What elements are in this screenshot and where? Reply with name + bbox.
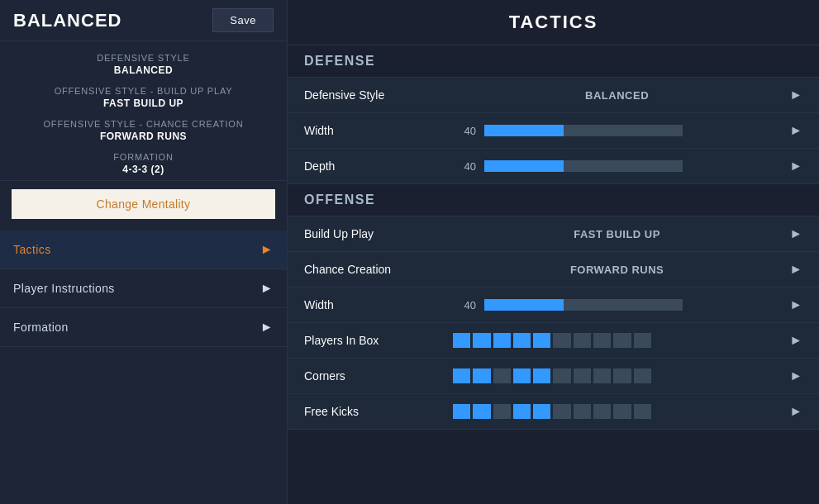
- nav-arrow-tactics: ►: [260, 242, 274, 257]
- free-kicks-label: Free Kicks: [304, 405, 453, 418]
- width-bar: [484, 125, 683, 136]
- chevron-right-icon: ►: [789, 226, 802, 241]
- offense-width-row: Width 40 ►: [288, 288, 819, 323]
- offensive-buildup-row: OFFENSIVE STYLE - BUILD UP PLAY FAST BUI…: [13, 86, 274, 109]
- defensive-style-value: BALANCED: [13, 64, 274, 76]
- segment-5: [533, 404, 550, 419]
- offense-width-number: 40: [453, 299, 476, 311]
- left-panel: BALANCED Save DEFENSIVE STYLE BALANCED O…: [0, 0, 288, 504]
- segment-10: [634, 368, 651, 383]
- defensive-style-value: BALANCED: [585, 89, 649, 102]
- corners-row: Corners ►: [288, 359, 819, 394]
- build-up-play-row[interactable]: Build Up Play FAST BUILD UP ►: [288, 216, 819, 252]
- chance-creation-row[interactable]: Chance Creation FORWARD RUNS ►: [288, 252, 819, 288]
- formation-value: 4-3-3 (2): [13, 164, 274, 175]
- segment-6: [553, 404, 570, 419]
- defensive-style-row[interactable]: Defensive Style BALANCED ►: [288, 78, 819, 113]
- nav-items: Tactics ► Player Instructions ► Formatio…: [0, 231, 287, 347]
- chevron-right-icon: ►: [789, 88, 802, 102]
- nav-arrow-player-instructions: ►: [260, 281, 274, 296]
- defensive-style-label: DEFENSIVE STYLE: [13, 53, 274, 63]
- segment-7: [574, 404, 591, 419]
- nav-arrow-formation: ►: [260, 320, 274, 335]
- segment-3: [493, 404, 511, 419]
- segment-7: [574, 333, 591, 348]
- nav-label-player-instructions: Player Instructions: [13, 282, 115, 295]
- nav-label-tactics: Tactics: [13, 243, 51, 256]
- nav-item-formation[interactable]: Formation ►: [0, 308, 287, 347]
- segment-1: [453, 333, 470, 348]
- segment-3: [493, 368, 511, 383]
- offense-width-bar-fill: [484, 299, 564, 311]
- segment-10: [634, 333, 651, 348]
- segment-3: [493, 333, 511, 348]
- chance-creation-label: Chance Creation: [304, 263, 453, 276]
- chevron-right-icon: ►: [789, 297, 802, 312]
- width-number: 40: [453, 125, 476, 137]
- segment-4: [513, 404, 531, 419]
- free-kicks-bar: [453, 404, 651, 419]
- offensive-chance-label: OFFENSIVE STYLE - CHANCE CREATION: [13, 119, 274, 129]
- players-in-box-bar: [453, 333, 651, 348]
- depth-label: Depth: [304, 159, 453, 173]
- segment-8: [593, 368, 611, 383]
- chevron-right-icon: ►: [789, 404, 802, 419]
- formation-row: FORMATION 4-3-3 (2): [13, 152, 274, 175]
- segment-5: [533, 333, 550, 348]
- offensive-chance-row: OFFENSIVE STYLE - CHANCE CREATION FORWAR…: [13, 119, 274, 142]
- segment-7: [574, 368, 591, 383]
- width-label: Width: [304, 124, 453, 137]
- chevron-right-icon: ►: [789, 159, 802, 174]
- segment-2: [473, 368, 490, 383]
- build-up-play-value: FAST BUILD UP: [574, 228, 660, 240]
- save-button[interactable]: Save: [212, 8, 274, 32]
- width-row: Width 40 ►: [288, 113, 819, 149]
- segment-1: [453, 404, 470, 419]
- team-mentality-title: BALANCED: [13, 10, 121, 31]
- players-in-box-row: Players In Box ►: [288, 323, 819, 359]
- offense-section-header: OFFENSE: [288, 184, 819, 216]
- segment-6: [553, 333, 570, 348]
- segment-1: [453, 368, 470, 383]
- segment-9: [613, 333, 631, 348]
- nav-item-tactics[interactable]: Tactics ►: [0, 231, 287, 269]
- offense-width-label: Width: [304, 298, 453, 311]
- left-header: BALANCED Save: [0, 0, 287, 41]
- defensive-style-row: DEFENSIVE STYLE BALANCED: [13, 53, 274, 76]
- chevron-right-icon: ►: [789, 368, 802, 383]
- chevron-right-icon: ►: [789, 333, 802, 348]
- width-bar-fill: [484, 125, 564, 136]
- formation-label: FORMATION: [13, 152, 274, 162]
- corners-bar: [453, 368, 651, 383]
- offense-width-bar: [484, 299, 683, 311]
- segment-4: [513, 368, 531, 383]
- defense-section-header: DEFENSE: [288, 45, 819, 78]
- players-in-box-label: Players In Box: [304, 334, 453, 347]
- depth-bar: [484, 160, 683, 172]
- chevron-right-icon: ►: [789, 123, 802, 138]
- segment-5: [533, 368, 550, 383]
- chance-creation-value: FORWARD RUNS: [570, 264, 664, 276]
- build-up-play-label: Build Up Play: [304, 227, 453, 240]
- depth-bar-fill: [484, 160, 564, 172]
- segment-9: [613, 368, 631, 383]
- segment-4: [513, 333, 531, 348]
- segment-10: [634, 404, 651, 419]
- change-mentality-button[interactable]: Change Mentality: [12, 189, 275, 219]
- depth-number: 40: [453, 160, 476, 173]
- nav-item-player-instructions[interactable]: Player Instructions ►: [0, 269, 287, 308]
- offensive-buildup-label: OFFENSIVE STYLE - BUILD UP PLAY: [13, 86, 274, 96]
- free-kicks-row: Free Kicks ►: [288, 394, 819, 430]
- segment-2: [473, 333, 490, 348]
- defensive-style-label: Defensive Style: [304, 88, 453, 102]
- right-panel: TACTICS DEFENSE Defensive Style BALANCED…: [288, 0, 819, 504]
- nav-label-formation: Formation: [13, 321, 69, 334]
- segment-8: [593, 333, 611, 348]
- segment-6: [553, 368, 570, 383]
- corners-label: Corners: [304, 369, 453, 383]
- segment-8: [593, 404, 611, 419]
- offensive-buildup-value: FAST BUILD UP: [13, 97, 274, 109]
- chevron-right-icon: ►: [789, 262, 802, 277]
- depth-row: Depth 40 ►: [288, 149, 819, 184]
- offensive-chance-value: FORWARD RUNS: [13, 131, 274, 142]
